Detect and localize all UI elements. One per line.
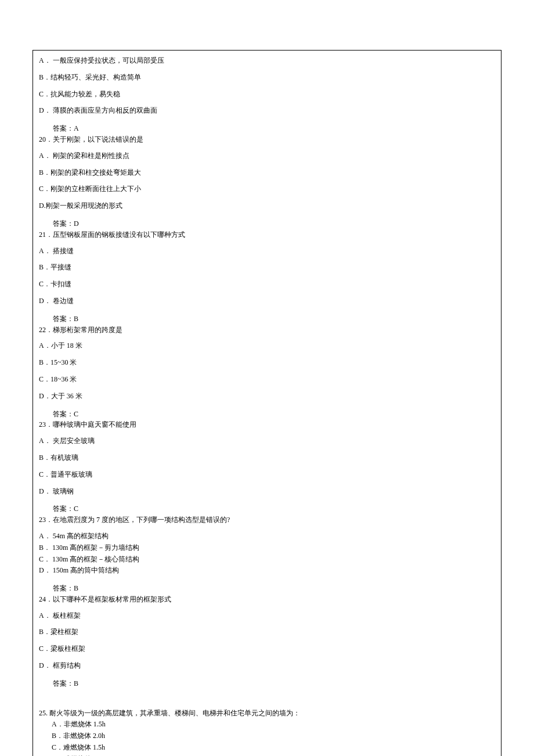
q23a-option-b: B．有机玻璃	[39, 453, 495, 463]
q24-option-d: D． 框剪结构	[39, 661, 495, 671]
q23b-option-b: B． 130m 高的框架－剪力墙结构	[39, 543, 495, 553]
q21-option-a: A． 搭接缝	[39, 246, 495, 256]
q19-answer: 答案：A	[53, 124, 495, 134]
q22-option-b: B．15~30 米	[39, 358, 495, 368]
q22-option-d: D．大于 36 米	[39, 391, 495, 401]
q20-option-c: C．刚架的立柱断面往往上大下小	[39, 184, 495, 194]
q24-stem: 24．以下哪种不是框架板材常用的框架形式	[39, 595, 495, 604]
q21-answer: 答案：B	[53, 314, 495, 324]
q24-option-b: B．梁柱框架	[39, 627, 495, 637]
q21-option-c: C．卡扣缝	[39, 279, 495, 289]
q23b-option-a: A． 54m 高的框架结构	[39, 531, 495, 541]
q21-option-d: D． 卷边缝	[39, 296, 495, 306]
q19-option-d: D． 薄膜的表面应呈方向相反的双曲面	[39, 106, 495, 116]
q22-option-a: A．小于 18 米	[39, 341, 495, 351]
q23a-answer: 答案：C	[53, 504, 495, 514]
q24-answer: 答案：B	[53, 679, 495, 689]
q20-option-a: A． 刚架的梁和柱是刚性接点	[39, 151, 495, 161]
q23b-option-d: D． 150m 高的筒中筒结构	[39, 566, 495, 575]
q23b-option-c: C． 130m 高的框架－核心筒结构	[39, 555, 495, 564]
q22-option-c: C．18~36 米	[39, 375, 495, 384]
q23b-stem: 23．在地震烈度为 7 度的地区，下列哪一项结构选型是错误的?	[39, 515, 495, 525]
q20-option-d: D.刚架一般采用现浇的形式	[39, 201, 495, 211]
q19-option-a: A． 一般应保持受拉状态，可以局部受压	[39, 56, 495, 66]
q22-answer: 答案：C	[53, 409, 495, 419]
q21-stem: 21．压型钢板屋面的钢板接缝没有以下哪种方式	[39, 230, 495, 240]
page: A． 一般应保持受拉状态，可以局部受压 B．结构轻巧、采光好、构造简单 C．抗风…	[0, 0, 534, 756]
q23a-option-d: D． 玻璃钢	[39, 487, 495, 496]
q24-option-a: A． 板柱框架	[39, 611, 495, 621]
q20-stem: 20．关于刚架，以下说法错误的是	[39, 135, 495, 145]
q21-option-b: B．平接缝	[39, 262, 495, 272]
q20-option-b: B．刚架的梁和柱交接处弯矩最大	[39, 168, 495, 178]
q25-option-a: A．非燃烧体 1.5h	[52, 719, 495, 729]
q25-option-b: B．非燃烧体 2.0h	[52, 731, 495, 741]
q19-option-b: B．结构轻巧、采光好、构造简单	[39, 73, 495, 82]
q23b-answer: 答案：B	[53, 584, 495, 593]
q23a-stem: 23．哪种玻璃中庭天窗不能使用	[39, 420, 495, 430]
content-border: A． 一般应保持受拉状态，可以局部受压 B．结构轻巧、采光好、构造简单 C．抗风…	[33, 50, 501, 756]
q23a-option-c: C．普通平板玻璃	[39, 470, 495, 480]
q23a-option-a: A． 夹层安全玻璃	[39, 436, 495, 446]
q25-option-c: C．难燃烧体 1.5h	[52, 743, 495, 753]
q24-option-c: C．梁板柱框架	[39, 644, 495, 654]
q22-stem: 22．梯形桁架常用的跨度是	[39, 325, 495, 335]
q25-stem: 25. 耐火等级为一级的高层建筑，其承重墙、楼梯间、电梯井和住宅单元之间的墙为：	[39, 708, 495, 718]
q20-answer: 答案：D	[53, 219, 495, 229]
q19-option-c: C．抗风能力较差，易失稳	[39, 89, 495, 99]
